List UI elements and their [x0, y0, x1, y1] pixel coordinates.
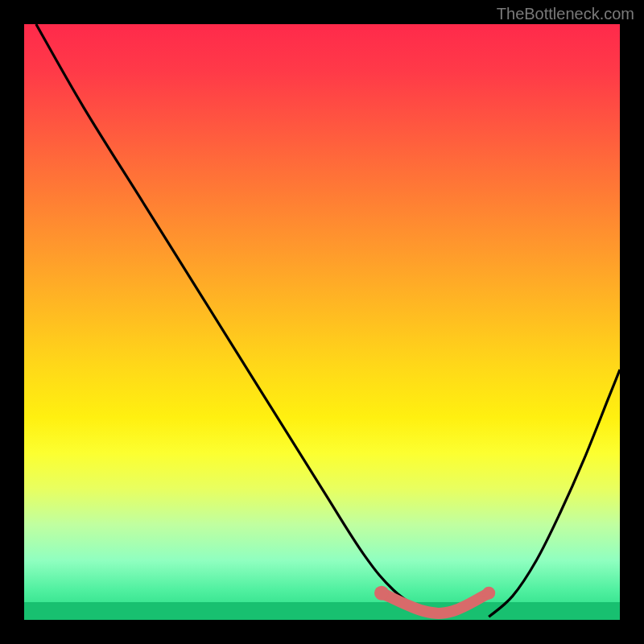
- left-curve: [36, 24, 441, 617]
- right-curve: [489, 369, 620, 617]
- watermark-text: TheBottleneck.com: [497, 5, 634, 23]
- bottom-marker-path: [382, 593, 489, 613]
- chart-svg: [24, 24, 620, 620]
- marker-dot-right: [482, 587, 495, 600]
- plot-area: [24, 24, 620, 620]
- marker-dot-left: [374, 586, 389, 601]
